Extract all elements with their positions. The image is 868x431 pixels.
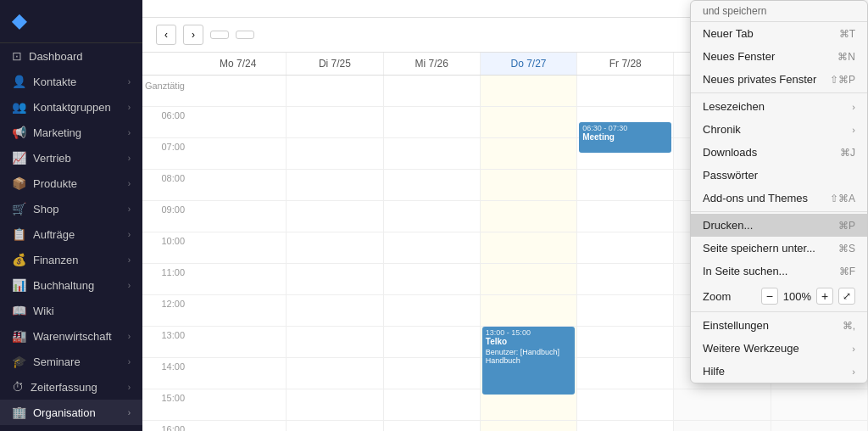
cal-cell-7-1[interactable] — [287, 327, 383, 357]
sidebar-item-shop[interactable]: 🛒Shop› — [0, 196, 142, 221]
menu-item-new-tab[interactable]: Neuer Tab ⌘T — [691, 22, 867, 45]
cal-cell-1-2[interactable] — [384, 138, 481, 169]
menu-item-print[interactable]: Drucken... ⌘P — [691, 214, 867, 237]
cal-cell-8-2[interactable] — [384, 358, 481, 389]
cal-cell-2-4[interactable] — [577, 170, 674, 200]
prev-button[interactable]: ‹ — [156, 25, 176, 45]
cal-cell-5-1[interactable] — [287, 264, 383, 294]
cal-cell-7-4[interactable] — [577, 327, 674, 357]
cal-cell-3-1[interactable] — [287, 201, 383, 232]
cal-cell-6-4[interactable] — [577, 295, 674, 326]
menu-item-help[interactable]: Hilfe › — [691, 360, 867, 383]
sidebar-item-kontakte[interactable]: 👤Kontakte› — [0, 69, 142, 94]
sidebar-item-dashboard[interactable]: ⊡Dashboard — [0, 43, 142, 69]
cal-cell-8-4[interactable] — [577, 358, 674, 389]
sidebar-item-auftraege[interactable]: 📋Aufträge› — [0, 221, 142, 247]
event-meeting[interactable]: 06:30 - 07:30Meeting — [579, 122, 671, 153]
cal-cell-3-4[interactable] — [577, 201, 674, 232]
sidebar-item-warenwirtschaft[interactable]: 🏭Warenwirtschaft› — [0, 323, 142, 349]
menu-item-downloads[interactable]: Downloads ⌘J — [691, 141, 867, 164]
cal-cell-5-2[interactable] — [384, 264, 481, 294]
menu-item-new-window[interactable]: Neues Fenster ⌘N — [691, 45, 867, 68]
cal-cell-10-1[interactable] — [287, 421, 383, 431]
cal-cell-10-4[interactable] — [577, 421, 674, 431]
menu-item-more-tools[interactable]: Weitere Werkzeuge › — [691, 337, 867, 360]
cal-cell-5-4[interactable] — [577, 264, 674, 294]
cal-cell-1-1[interactable] — [287, 138, 383, 169]
cal-cell-4-0[interactable] — [190, 232, 287, 263]
cal-cell-2-1[interactable] — [287, 170, 383, 200]
cal-cell-10-0[interactable] — [190, 421, 287, 431]
resource-plan-button[interactable] — [210, 31, 229, 39]
cal-cell-5-3[interactable] — [481, 264, 577, 294]
menu-item-addons[interactable]: Add-ons und Themes ⇧⌘A — [691, 187, 867, 210]
cal-cell-6-2[interactable] — [384, 295, 481, 326]
chevron-icon: › — [128, 77, 131, 87]
cal-cell-10-5[interactable] — [674, 421, 771, 431]
cal-cell-8-0[interactable] — [190, 358, 287, 389]
cal-cell-3-0[interactable] — [190, 201, 287, 232]
zoom-expand-button[interactable]: ⤢ — [838, 288, 855, 305]
cal-cell-3-3[interactable] — [481, 201, 577, 232]
cal-cell-6-3[interactable] — [481, 295, 577, 326]
cal-cell-10-2[interactable] — [384, 421, 481, 431]
next-button[interactable]: › — [183, 25, 203, 45]
zoom-minus-button[interactable]: − — [761, 288, 778, 305]
cal-cell-9-5[interactable] — [674, 389, 771, 420]
cal-cell-7-3[interactable]: 13:00 - 15:00TelkoBenutzer: [Handbuch]Ha… — [481, 327, 577, 357]
menu-item-settings[interactable]: Einstellungen ⌘, — [691, 314, 867, 337]
sidebar-subitem-boards[interactable]: Boards — [0, 425, 142, 431]
cal-cell-9-1[interactable] — [287, 389, 383, 420]
sidebar-item-buchhaltung[interactable]: 📊Buchhaltung› — [0, 272, 142, 298]
cal-cell-9-2[interactable] — [384, 389, 481, 420]
cal-cell-9-6[interactable] — [771, 389, 868, 420]
event-telko[interactable]: 13:00 - 15:00TelkoBenutzer: [Handbuch]Ha… — [482, 327, 575, 395]
cal-cell-0-2[interactable] — [384, 107, 481, 137]
menu-item-label: Drucken... — [703, 219, 753, 232]
sidebar-item-produkte[interactable]: 📦Produkte› — [0, 171, 142, 196]
cal-cell-8-1[interactable] — [287, 358, 383, 389]
hour-row-10: 16:00 — [142, 421, 868, 431]
menu-item-bookmarks[interactable]: Lesezeichen › — [691, 95, 867, 118]
cal-cell-3-2[interactable] — [384, 201, 481, 232]
cal-cell-6-1[interactable] — [287, 295, 383, 326]
cal-cell-2-0[interactable] — [190, 170, 287, 200]
sidebar-item-marketing[interactable]: 📢Marketing› — [0, 120, 142, 145]
cal-cell-0-1[interactable] — [287, 107, 383, 137]
cal-cell-0-0[interactable] — [190, 107, 287, 137]
sidebar-item-finanzen[interactable]: 💰Finanzen› — [0, 247, 142, 272]
today-button[interactable] — [236, 31, 254, 39]
cal-cell-4-4[interactable] — [577, 232, 674, 263]
cal-cell-4-1[interactable] — [287, 232, 383, 263]
sidebar-item-kontaktgruppen[interactable]: 👥Kontaktgruppen› — [0, 94, 142, 120]
menu-item-history[interactable]: Chronik › — [691, 118, 867, 141]
context-menu[interactable]: und speichern Neuer Tab ⌘T Neues Fenster… — [690, 0, 868, 383]
sidebar-item-seminare[interactable]: 🎓Seminare› — [0, 349, 142, 374]
zoom-plus-button[interactable]: + — [816, 288, 833, 305]
cal-cell-9-4[interactable] — [577, 389, 674, 420]
cal-cell-9-0[interactable] — [190, 389, 287, 420]
cal-cell-0-3[interactable] — [481, 107, 577, 137]
cal-cell-5-0[interactable] — [190, 264, 287, 294]
sidebar-item-vertrieb[interactable]: 📈Vertrieb› — [0, 145, 142, 171]
cal-cell-4-2[interactable] — [384, 232, 481, 263]
cal-cell-1-3[interactable] — [481, 138, 577, 169]
cal-cell-2-3[interactable] — [481, 170, 577, 200]
menu-item-find[interactable]: In Seite suchen... ⌘F — [691, 260, 867, 283]
menu-item-save-page[interactable]: Seite speichern unter... ⌘S — [691, 237, 867, 260]
sidebar-item-zeiterfassung[interactable]: ⏱Zeiterfassung› — [0, 374, 142, 400]
sidebar-item-organisation[interactable]: 🏢Organisation› — [0, 400, 142, 425]
cal-cell-7-2[interactable] — [384, 327, 481, 357]
sidebar-item-wiki[interactable]: 📖Wiki — [0, 298, 142, 323]
menu-item-new-private[interactable]: Neues privates Fenster ⇧⌘P — [691, 68, 867, 91]
cal-cell-7-0[interactable] — [190, 327, 287, 357]
cal-cell-10-3[interactable] — [481, 421, 577, 431]
cal-cell-1-0[interactable] — [190, 138, 287, 169]
cal-cell-4-3[interactable] — [481, 232, 577, 263]
cal-cell-6-0[interactable] — [190, 295, 287, 326]
cal-cell-10-6[interactable] — [771, 421, 868, 431]
cal-cell-0-4[interactable]: 06:30 - 07:30Meeting — [577, 107, 674, 137]
cal-cell-2-2[interactable] — [384, 170, 481, 200]
time-label-3: 09:00 — [142, 201, 190, 232]
menu-item-passwords[interactable]: Passwörter — [691, 164, 867, 187]
